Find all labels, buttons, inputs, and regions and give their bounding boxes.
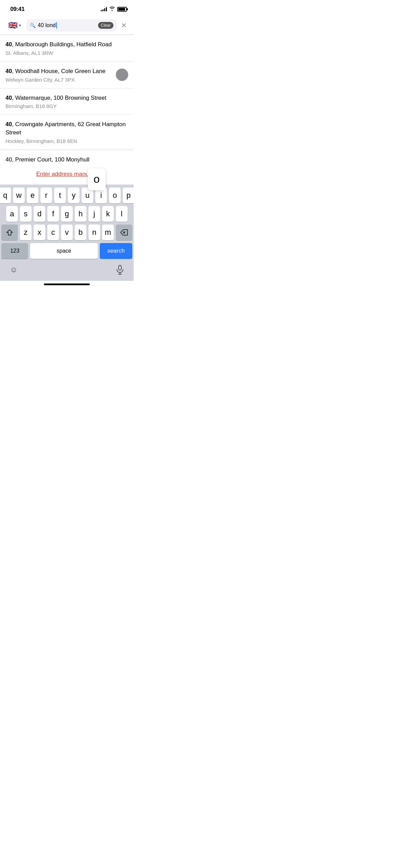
wifi-icon (109, 6, 115, 12)
address-secondary: Birmingham, B16 8GY (5, 103, 128, 109)
space-key[interactable]: space (30, 243, 97, 259)
search-key[interactable]: search (100, 243, 132, 259)
address-primary: 40, Watermarque, 100 Browning Street (5, 94, 128, 102)
address-primary: 40, Crowngate Apartments, 62 Great Hampt… (5, 120, 128, 137)
address-text-block: 40, Crowngate Apartments, 62 Great Hampt… (5, 120, 128, 144)
key-d[interactable]: d (34, 206, 45, 222)
key-y[interactable]: y (68, 188, 80, 203)
keyboard-row-3: z x c v b n m (1, 225, 132, 240)
address-item[interactable]: 40, Watermarque, 100 Browning Street Bir… (0, 88, 134, 115)
emoji-key[interactable]: ☺ (7, 263, 21, 277)
key-v[interactable]: v (61, 225, 73, 240)
key-preview: o (88, 168, 106, 190)
key-n[interactable]: n (88, 225, 100, 240)
enter-manually-section: Enter address manually (0, 164, 134, 185)
status-icons (101, 6, 127, 12)
close-button[interactable]: ✕ (120, 20, 128, 31)
key-t[interactable]: t (54, 188, 66, 203)
address-text-block: 40, Marlborough Buildings, Hatfield Road… (5, 40, 128, 56)
address-secondary: Hockley, Birmingham, B18 6EN (5, 138, 128, 144)
status-bar: 09:41 (0, 0, 134, 16)
search-input[interactable]: 40 lond (38, 22, 96, 29)
key-p[interactable]: p (123, 188, 134, 203)
key-w[interactable]: w (13, 188, 25, 203)
home-indicator (0, 281, 134, 287)
status-time: 09:41 (10, 6, 24, 13)
key-x[interactable]: x (34, 225, 45, 240)
address-secondary: Welwyn Garden City, AL7 3PX (5, 77, 112, 83)
shift-key[interactable] (1, 225, 18, 240)
address-text-block: 40, Woodhall House, Cole Green Lane Welw… (5, 67, 112, 83)
key-m[interactable]: m (102, 225, 114, 240)
battery-icon (117, 7, 127, 12)
address-item[interactable]: 40, Crowngate Apartments, 62 Great Hampt… (0, 115, 134, 150)
numbers-key[interactable]: 123 (1, 243, 28, 259)
key-s[interactable]: s (20, 206, 32, 222)
search-input-container[interactable]: 🔍 40 lond Clear (26, 19, 117, 32)
keyboard-row-1: q w e r t y u i o p (1, 188, 132, 203)
search-icon: 🔍 (30, 23, 36, 28)
chevron-down-icon: ▾ (19, 23, 21, 28)
key-a[interactable]: a (6, 206, 18, 222)
key-e[interactable]: e (27, 188, 38, 203)
address-indicator (116, 69, 128, 81)
svg-rect-0 (119, 265, 121, 270)
clear-button[interactable]: Clear (98, 22, 113, 29)
address-primary-partial: 40, Premier Court, 100 Monyhull (5, 156, 128, 164)
keyboard-extras: ☺ (1, 262, 132, 279)
address-primary: 40, Woodhall House, Cole Green Lane (5, 67, 112, 75)
key-f[interactable]: f (47, 206, 59, 222)
key-b[interactable]: b (75, 225, 86, 240)
address-text-block: 40, Watermarque, 100 Browning Street Bir… (5, 94, 128, 109)
country-selector[interactable]: 🇬🇧 ▾ (5, 20, 24, 31)
key-l[interactable]: l (116, 206, 127, 222)
address-list: 40, Marlborough Buildings, Hatfield Road… (0, 35, 134, 164)
key-o[interactable]: o (109, 188, 121, 203)
key-c[interactable]: c (47, 225, 59, 240)
key-r[interactable]: r (40, 188, 52, 203)
key-k[interactable]: k (102, 206, 114, 222)
address-secondary: St. Albans, AL1 3RW (5, 50, 128, 56)
key-q[interactable]: q (0, 188, 11, 203)
signal-icon (101, 7, 107, 11)
address-item-partial[interactable]: 40, Premier Court, 100 Monyhull (0, 150, 134, 164)
address-item[interactable]: 40, Marlborough Buildings, Hatfield Road… (0, 35, 134, 62)
search-bar: 🇬🇧 ▾ 🔍 40 lond Clear ✕ (0, 16, 134, 35)
address-item[interactable]: 40, Woodhall House, Cole Green Lane Welw… (0, 62, 134, 88)
mic-key[interactable] (113, 263, 127, 277)
keyboard-row-bottom: 123 space search (1, 243, 132, 259)
home-bar (44, 284, 90, 285)
keyboard: o q w e r t y u i o p a s d f g h j k l … (0, 185, 134, 281)
address-primary: 40, Marlborough Buildings, Hatfield Road (5, 40, 128, 49)
keyboard-row-2: a s d f g h j k l (1, 206, 132, 222)
delete-key[interactable] (116, 225, 132, 240)
country-flag: 🇬🇧 (8, 22, 17, 29)
key-z[interactable]: z (20, 225, 32, 240)
key-g[interactable]: g (61, 206, 73, 222)
key-h[interactable]: h (75, 206, 86, 222)
key-j[interactable]: j (88, 206, 100, 222)
